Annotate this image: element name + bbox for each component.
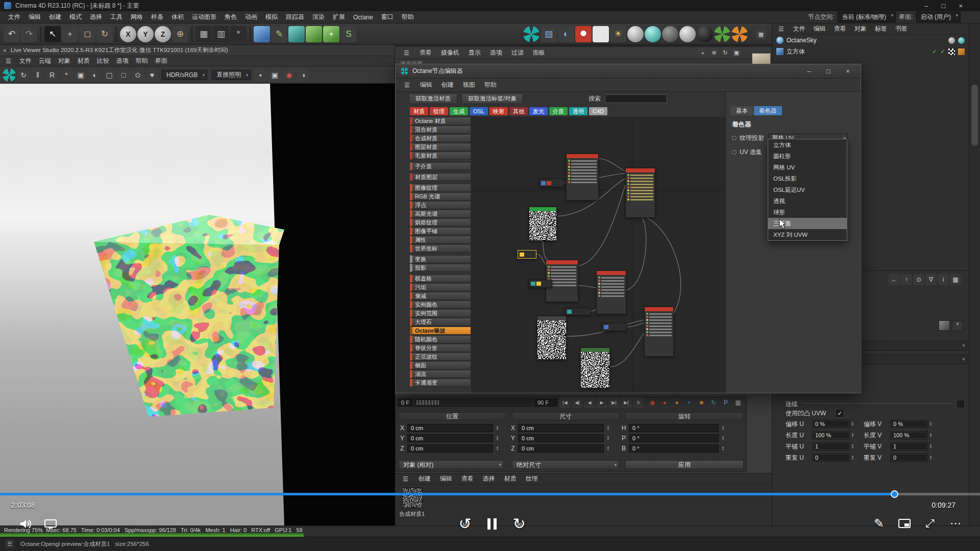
render-region-clear-icon[interactable]: □ [117,68,130,82]
hamburger-icon[interactable]: ☰ [5,539,15,549]
material-manager-menu-item[interactable]: 编辑 [435,474,457,484]
texture-tag-icon[interactable] [948,48,955,55]
lock-resolution-icon[interactable]: ▣ [74,68,87,82]
favorite-icon[interactable]: ♥ [145,68,159,82]
menu-item[interactable]: 帮助 [398,12,418,22]
live-viewer-menu-item[interactable]: 材质 [74,56,93,66]
node-space-select[interactable]: 当前 (标准/物理) [838,12,896,22]
node-type-item[interactable]: 浮点 [410,201,471,209]
graph-node-mix-small[interactable] [529,280,552,288]
search-input[interactable] [605,94,667,103]
window-titlebar[interactable]: Cinema 4D R23.110 (RC) - [未标题 8 *] - 主要 … [0,0,980,11]
spinner-icon[interactable]: ▲▼ [850,431,855,439]
spinner-icon[interactable]: ▲▼ [850,454,855,462]
material-manager-menu-item[interactable]: 选择 [478,474,500,484]
live-viewer-titlebar[interactable]: × Live Viewer Studio 2020.2.5-R3 K921工作室… [0,45,395,56]
menu-item[interactable]: 文件 [4,12,24,22]
layout-icon[interactable]: ▦ [756,29,766,39]
graph-node-material-red-2[interactable] [596,270,626,314]
viewport-menu-item[interactable]: 显示 [464,48,485,58]
spinner-icon[interactable]: ▲▼ [605,444,611,453]
coordinate-input[interactable]: 0 cm [407,424,493,432]
player-progress-track[interactable] [0,493,980,495]
visibility-check-icon[interactable]: ✓ [940,48,945,55]
viewport-menu-item[interactable]: 过滤 [507,48,528,58]
attribute-value-input[interactable]: 1 [890,442,928,450]
node-type-item[interactable]: RGB 光谱 [410,192,471,201]
node-type-item[interactable]: 图像纹理 [410,184,471,192]
pan-icon[interactable]: + [698,48,708,58]
menu-item[interactable]: 创建 [45,12,65,22]
attribute-value-input[interactable]: 1 [812,442,850,450]
maximize-button[interactable]: □ [942,2,946,10]
menu-item[interactable]: 运动图形 [188,12,220,22]
menu-item[interactable]: 编辑 [24,12,45,22]
environment-flower-icon[interactable] [731,26,748,42]
menu-item[interactable]: 网格 [127,12,147,22]
skip-forward-30-button[interactable]: ↻30 [510,514,528,533]
right-scrollbar[interactable] [969,23,980,525]
render-view-button[interactable]: ▦ [195,26,212,42]
live-viewer-close-icon[interactable]: × [3,47,7,54]
rotate-view-icon[interactable]: ↻ [720,48,730,58]
material-picker-icon[interactable]: ⊙ [131,68,144,82]
timeline-scrubber[interactable] [416,399,439,406]
graph-node-rgb[interactable] [539,179,564,187]
zoom-icon[interactable]: ⊕ [709,48,719,58]
node-type-item[interactable]: 大理石 [410,318,471,326]
move-tool[interactable]: + [62,26,78,42]
environment-gear-icon[interactable] [714,26,730,42]
x-axis-lock[interactable]: X [120,26,136,42]
size-input[interactable]: 0 cm [518,424,604,432]
node-type-item[interactable]: 变换 [410,255,471,263]
render-picture-viewer-button[interactable]: ▥ [213,26,229,42]
redo-icon[interactable]: ↷ [21,26,37,42]
modeling-deformer-icon[interactable]: + [323,26,339,42]
spline-pen-icon[interactable]: S [340,26,357,42]
pen-tool[interactable]: ✎ [271,26,287,42]
node-type-item[interactable]: 脊状分形 [410,344,471,352]
octane-sphere-icon[interactable]: ◐ [558,26,574,42]
hamburger-icon[interactable]: ☰ [774,25,788,33]
viewport-menu-item[interactable]: 面板 [528,48,550,58]
goto-end-button[interactable]: ▶| [621,397,632,408]
octane-sun-icon[interactable]: ☀ [610,26,626,42]
node-type-item[interactable]: 投影 [410,264,471,272]
get-active-tag-button[interactable]: 获取激活标签/对象 [461,93,523,104]
timeline-ruler[interactable] [414,398,532,407]
graph-node-green-bar[interactable] [565,308,591,315]
dropdown-option[interactable]: 立方体 [768,139,847,151]
settings-gear-icon[interactable]: * [60,68,73,82]
interface-select[interactable]: 启动 (用户) [916,12,961,22]
material-preview-arrow-icon[interactable]: ▾ [952,320,963,331]
attribute-value-input[interactable]: 0 [890,454,928,462]
scrollbar-thumb[interactable] [971,85,978,146]
coordinate-mode-select[interactable]: 对象 (相对) [399,460,504,469]
record-rotation-icon[interactable]: ↻ [708,397,719,408]
visibility-check-icon[interactable]: ✓ [932,48,937,55]
node-type-item[interactable]: 正弦波纹 [410,353,471,361]
coordinate-system-icon[interactable]: ⊕ [172,26,188,42]
spinner-icon[interactable]: ▲▼ [720,434,726,442]
spinner-icon[interactable]: ▲▼ [928,431,934,439]
modeling-volume-icon[interactable] [288,26,305,42]
viewport-menu-item[interactable]: 查看 [415,48,436,58]
node-editor-menu-item[interactable]: 帮助 [480,80,501,90]
camera-icon[interactable]: ▣ [268,68,281,82]
node-type-item[interactable]: 烘焙纹理 [410,218,471,227]
node-category-tab[interactable]: 发光 [529,107,548,115]
material-thumbnail[interactable] [402,488,423,508]
dropdown-option[interactable]: XYZ 到 UVW [768,229,847,240]
graph-node-blue-bar[interactable] [602,323,627,331]
toolbar-icon[interactable] [116,27,117,42]
menu-item[interactable]: 选择 [86,12,106,22]
graph-node-noise-2[interactable] [537,316,567,360]
node-editor-minimize-button[interactable]: – [801,67,817,75]
close-button[interactable]: × [959,2,963,10]
material-sphere-gray2-icon[interactable] [679,26,696,42]
properties-tab[interactable]: 基本 [731,106,753,115]
rotation-input[interactable]: 0 ° [629,424,719,432]
node-type-item[interactable]: 毛发材质 [410,152,471,160]
menu-item[interactable]: 模拟 [261,12,282,22]
node-category-tab[interactable]: 生成 [450,107,468,115]
